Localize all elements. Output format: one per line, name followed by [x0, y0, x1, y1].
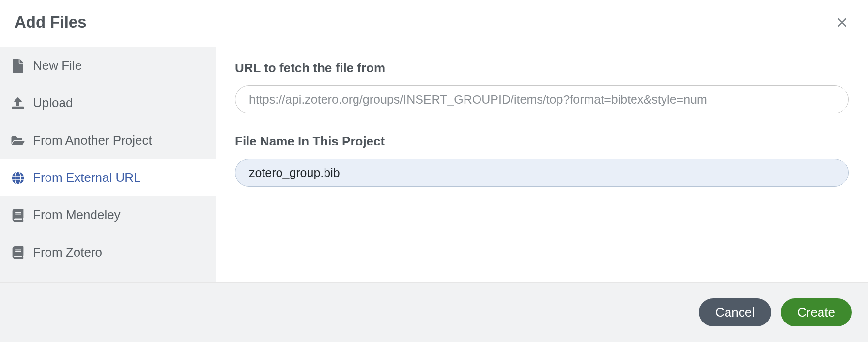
sidebar-item-label: New File — [33, 58, 82, 73]
sidebar-item-label: Upload — [33, 96, 73, 111]
modal-footer: Cancel Create — [0, 283, 868, 342]
sidebar-item-from-another-project[interactable]: From Another Project — [0, 122, 216, 159]
sidebar-item-new-file[interactable]: New File — [0, 47, 216, 84]
sidebar-item-label: From External URL — [33, 170, 141, 185]
close-icon[interactable]: × — [834, 13, 851, 32]
sidebar-item-label: From Zotero — [33, 245, 102, 260]
sidebar-item-from-mendeley[interactable]: From Mendeley — [0, 196, 216, 234]
url-input[interactable] — [235, 85, 849, 113]
sidebar-item-from-external-url[interactable]: From External URL — [0, 159, 216, 196]
url-field-block: URL to fetch the file from — [235, 61, 849, 113]
book-icon — [11, 209, 25, 222]
sidebar-item-label: From Another Project — [33, 133, 152, 148]
sidebar-item-label: From Mendeley — [33, 208, 121, 223]
filename-field-label: File Name In This Project — [235, 134, 849, 149]
modal-header: Add Files × — [0, 0, 868, 47]
filename-input[interactable] — [235, 159, 849, 187]
folder-open-icon — [11, 135, 25, 146]
cancel-button[interactable]: Cancel — [699, 298, 771, 326]
modal-body: New File Upload From Another Project Fro… — [0, 47, 868, 283]
file-icon — [11, 59, 25, 73]
globe-icon — [11, 172, 25, 184]
book-icon — [11, 246, 25, 259]
url-field-label: URL to fetch the file from — [235, 61, 849, 76]
upload-icon — [11, 97, 25, 109]
sidebar: New File Upload From Another Project Fro… — [0, 47, 216, 282]
create-button[interactable]: Create — [781, 298, 852, 326]
sidebar-item-from-zotero[interactable]: From Zotero — [0, 234, 216, 271]
filename-field-block: File Name In This Project — [235, 134, 849, 187]
sidebar-item-upload[interactable]: Upload — [0, 84, 216, 122]
content-panel: URL to fetch the file from File Name In … — [216, 47, 868, 282]
modal-title: Add Files — [15, 13, 87, 32]
